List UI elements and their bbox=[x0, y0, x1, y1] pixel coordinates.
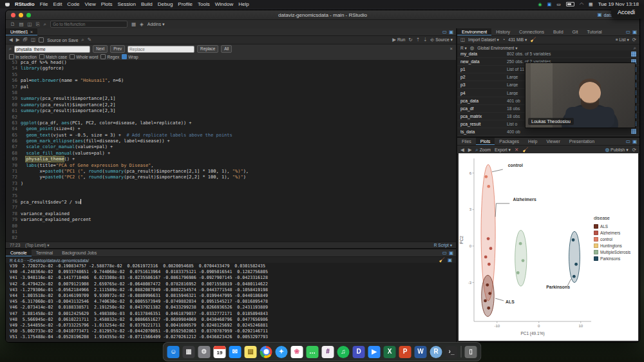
tab-packages[interactable]: Packages bbox=[495, 138, 524, 145]
open-file-icon[interactable]: ▤ bbox=[19, 22, 24, 27]
menubar-app-name[interactable]: RStudio bbox=[15, 1, 35, 7]
remove-plot-icon[interactable]: ✕ bbox=[515, 148, 518, 153]
find-option-wrap[interactable]: Wrap bbox=[122, 54, 138, 59]
dock-word-icon[interactable]: W bbox=[415, 346, 427, 358]
replace-input[interactable] bbox=[128, 46, 194, 53]
forward-icon[interactable]: ▶ bbox=[16, 37, 20, 43]
dock-calendar-icon[interactable]: 19 bbox=[214, 346, 226, 358]
checkbox-icon[interactable] bbox=[39, 54, 44, 59]
clear-environment-icon[interactable]: 🧹 bbox=[530, 37, 536, 43]
refresh-plot-icon[interactable]: ⟳ bbox=[632, 148, 636, 153]
run-button[interactable]: ▶ Run bbox=[392, 37, 405, 43]
view-mode-dropdown[interactable]: ≡ List ▾ bbox=[616, 37, 629, 43]
find-prev-button[interactable]: Prev bbox=[110, 45, 125, 53]
source-on-save-checkbox[interactable] bbox=[39, 37, 44, 43]
new-file-icon[interactable]: 🗋 bbox=[10, 22, 15, 27]
dock-spotify-icon[interactable]: ♫ bbox=[337, 346, 350, 358]
rerun-icon[interactable]: ↻ bbox=[408, 37, 412, 43]
publish-dropdown[interactable]: ◍ Publish ▾ bbox=[605, 148, 629, 153]
minimize-pane-icon[interactable]: ▭ bbox=[442, 30, 447, 35]
code-editor[interactable]: 53pca_df %>% head()54library(ggforce)555… bbox=[6, 60, 456, 242]
back-icon[interactable]: ◀ bbox=[9, 37, 13, 43]
env-object-row[interactable]: ts_data400 ob bbox=[457, 128, 639, 136]
dock-zoom-icon[interactable]: ▶ bbox=[368, 346, 381, 358]
wifi-icon[interactable]: ◠ bbox=[580, 2, 583, 7]
clear-plots-icon[interactable]: 🧹 bbox=[522, 148, 528, 153]
find-replace-icon[interactable]: ⌕ bbox=[82, 37, 84, 43]
save-icon[interactable]: ◫ bbox=[28, 22, 32, 27]
find-option-match-case[interactable]: Match case bbox=[39, 54, 67, 59]
dock-excel-icon[interactable]: X bbox=[384, 346, 396, 358]
find-next-button[interactable]: Next bbox=[93, 45, 108, 53]
tab-tutorial[interactable]: Tutorial bbox=[583, 28, 607, 35]
menubar-item-tools[interactable]: Tools bbox=[198, 1, 210, 7]
dock-powerpoint-icon[interactable]: P bbox=[399, 346, 412, 358]
checkbox-icon[interactable] bbox=[122, 54, 127, 59]
view-data-icon[interactable] bbox=[631, 52, 636, 57]
find-option-regex[interactable]: Regex bbox=[100, 54, 119, 59]
memory-usage-dropdown[interactable]: 431 MiB ▾ bbox=[508, 37, 527, 43]
previous-plot-icon[interactable]: ◀ bbox=[460, 148, 464, 153]
save-file-icon[interactable]: ◫ bbox=[31, 37, 35, 43]
find-input[interactable] bbox=[14, 46, 90, 53]
addins-dropdown[interactable]: Addins ▾ bbox=[147, 22, 165, 27]
menubar-item-code[interactable]: Code bbox=[67, 1, 79, 7]
tab-console[interactable]: Console bbox=[6, 249, 32, 256]
load-workspace-icon[interactable]: ◫ bbox=[460, 37, 465, 43]
dock-terminal-icon[interactable]: ›_ bbox=[446, 346, 458, 358]
apple-menu-icon[interactable] bbox=[5, 2, 10, 6]
import-dataset-dropdown[interactable]: Import Dataset ▾ bbox=[468, 37, 499, 43]
view-data-icon[interactable] bbox=[631, 129, 636, 134]
dock-messages-icon[interactable]: … bbox=[307, 346, 319, 358]
code-tools-icon[interactable]: ✎ bbox=[88, 37, 91, 43]
zoom-plot-button[interactable]: ⌕ Zoom bbox=[476, 148, 491, 153]
screen-share-icon[interactable]: ▣ bbox=[547, 2, 552, 7]
dock-launchpad-icon[interactable]: ▦ bbox=[183, 346, 195, 358]
clear-console-icon[interactable]: 🧹 bbox=[439, 258, 445, 263]
find-option-whole-word[interactable]: Whole word bbox=[70, 54, 98, 59]
console-output[interactable]: V39 2.720272e-02 -0.190834757 -2.588778e… bbox=[6, 263, 456, 342]
find-option-in-selection[interactable]: In selection bbox=[9, 54, 37, 59]
replace-all-button[interactable]: All bbox=[221, 45, 232, 53]
env-object-row[interactable]: ts_data_newchr [1: bbox=[457, 136, 639, 137]
menubar-item-profile[interactable]: Profile bbox=[178, 1, 193, 7]
dock-safari-icon[interactable]: ✦ bbox=[276, 346, 288, 358]
tab-untitled1[interactable]: Untitled1 × bbox=[6, 28, 37, 35]
popout-icon[interactable]: 🗗 bbox=[23, 37, 28, 43]
menubar-item-window[interactable]: Window bbox=[215, 1, 233, 7]
maximize-pane-icon[interactable]: ▣ bbox=[632, 139, 637, 144]
menubar-item-debug[interactable]: Debug bbox=[158, 1, 173, 7]
minimize-pane-icon[interactable]: ▭ bbox=[626, 139, 630, 144]
battery-icon[interactable] bbox=[566, 2, 574, 6]
menubar-item-view[interactable]: View bbox=[84, 1, 95, 7]
dock-finder-icon[interactable]: ☺ bbox=[167, 346, 180, 358]
maximize-pane-icon[interactable]: ▣ bbox=[449, 251, 453, 256]
tab-history[interactable]: History bbox=[491, 28, 515, 35]
run-below-icon[interactable]: ⇣ bbox=[423, 37, 427, 43]
minimize-pane-icon[interactable]: ▭ bbox=[442, 251, 447, 256]
export-plot-dropdown[interactable]: Export ▾ bbox=[495, 148, 511, 153]
grid-tools-icon[interactable]: ▦ bbox=[131, 22, 136, 27]
menubar-item-edit[interactable]: Edit bbox=[53, 1, 62, 7]
dock-notes-icon[interactable]: ▤ bbox=[245, 346, 257, 358]
tab-plots[interactable]: Plots bbox=[476, 138, 495, 145]
dock-rstudio-icon[interactable]: R bbox=[430, 346, 442, 358]
menubar-item-plots[interactable]: Plots bbox=[101, 1, 113, 7]
tab-help[interactable]: Help bbox=[524, 138, 542, 145]
replace-button[interactable]: Replace bbox=[197, 45, 218, 53]
tab-files[interactable]: Files bbox=[457, 138, 476, 145]
menubar-item-build[interactable]: Build bbox=[141, 1, 153, 7]
maximize-pane-icon[interactable]: ▣ bbox=[449, 30, 453, 35]
tab-presentation[interactable]: Presentation bbox=[565, 138, 599, 145]
tab-background-jobs[interactable]: Background Jobs bbox=[57, 249, 101, 256]
close-findbar-icon[interactable]: × bbox=[450, 46, 453, 52]
tab-git[interactable]: Git bbox=[568, 28, 583, 35]
tab-viewer[interactable]: Viewer bbox=[542, 138, 565, 145]
dock-trash-icon[interactable]: ▯ bbox=[465, 346, 477, 358]
menubar-item-session[interactable]: Session bbox=[117, 1, 135, 7]
tab-connections[interactable]: Connections bbox=[515, 28, 549, 35]
dock-chrome-icon[interactable] bbox=[260, 346, 272, 358]
checkbox-icon[interactable] bbox=[100, 54, 106, 59]
menubar-item-file[interactable]: File bbox=[40, 1, 48, 7]
file-type-dropdown[interactable]: R Script ▾ bbox=[434, 243, 452, 248]
